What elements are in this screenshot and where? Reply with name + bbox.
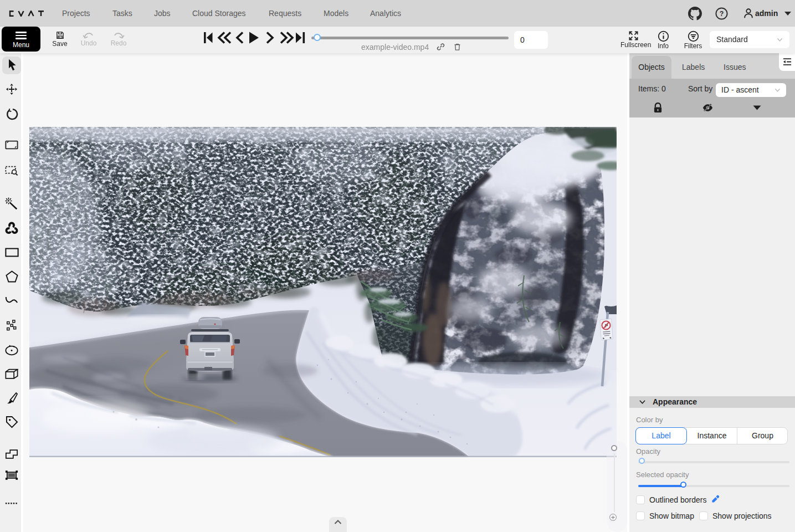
svg-text:?: ?	[720, 10, 724, 18]
